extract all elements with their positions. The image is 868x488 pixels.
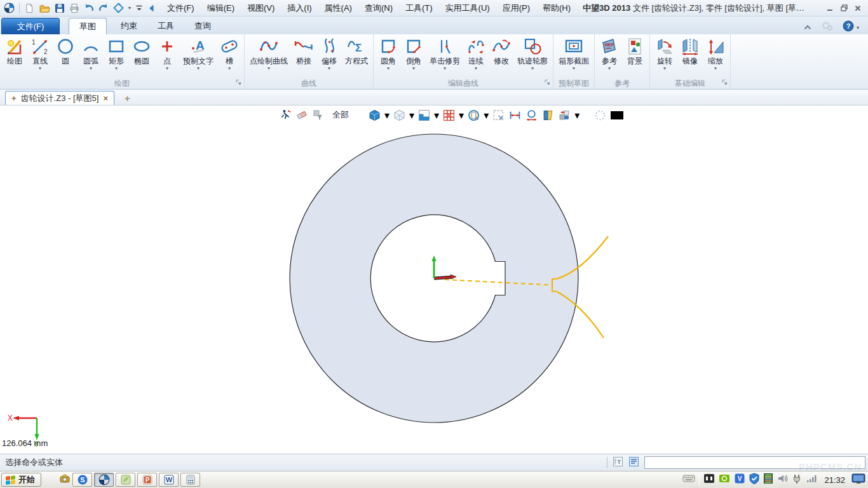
dropdown-caret[interactable]: ▾ [531, 66, 534, 72]
new-tab-button[interactable]: + [121, 91, 134, 105]
ribbon-button-one-click-trim[interactable]: 单击修剪▾ [426, 35, 463, 72]
redo-icon[interactable] [98, 3, 109, 13]
close-icon[interactable] [854, 4, 862, 12]
ribbon-button-equation[interactable]: Σ 方程式 [342, 35, 371, 72]
tab-inquire[interactable]: 查询 [184, 18, 221, 34]
speaker-icon[interactable] [777, 473, 789, 486]
ribbon-button-background[interactable]: 背景 [622, 35, 648, 72]
ribbon-button-arc[interactable]: 圆弧▾ [78, 35, 104, 72]
ribbon-button-spline[interactable]: 点绘制曲线▾ [247, 35, 291, 72]
collapse-ribbon-icon[interactable] [803, 22, 812, 33]
ribbon-button-rotate[interactable]: 旋转▾ [652, 35, 677, 72]
message-list-icon[interactable] [628, 456, 639, 469]
taskbar-clock[interactable]: 21:32 [822, 475, 848, 485]
ribbon-button-slot[interactable]: 槽▾ [217, 35, 242, 72]
dropdown-caret[interactable]: ▾ [90, 66, 92, 72]
document-tab-active[interactable]: + 齿轮设计.Z3 - [草图5] × [5, 91, 114, 105]
tab-tools[interactable]: 工具 [147, 18, 184, 34]
v-app-icon[interactable]: V [734, 473, 745, 487]
notes-icon[interactable] [116, 473, 135, 487]
ribbon-button-sketch-draw[interactable]: 绘图 [2, 35, 27, 72]
show-desktop-icon[interactable] [851, 473, 865, 487]
dialog-launcher[interactable] [722, 76, 728, 88]
ribbon-button-rectangle[interactable]: 矩形▾ [104, 35, 129, 72]
dropdown-caret[interactable]: ▾ [412, 66, 415, 72]
file-tab-button[interactable]: 文件(F) [1, 18, 60, 34]
dropdown-caret[interactable]: ▾ [228, 66, 231, 72]
browser-s-icon[interactable]: S [72, 473, 92, 487]
ribbon-button-bridge[interactable]: 桥接 [291, 35, 316, 72]
dropdown-caret[interactable]: ▾ [197, 66, 200, 72]
tab-sketch[interactable]: 草图 [69, 18, 107, 34]
dropdown-caret[interactable]: ▾ [328, 66, 330, 72]
shield-icon[interactable] [749, 473, 759, 487]
command-input[interactable] [644, 456, 865, 469]
open-file-icon[interactable] [39, 3, 50, 13]
zw3d-app-icon[interactable] [4, 3, 15, 13]
ribbon-button-trace-profile[interactable]: 轨迹轮廓▾ [514, 35, 551, 72]
dropdown-caret[interactable]: ▾ [387, 66, 390, 72]
ribbon-button-point[interactable]: 点▾ [154, 35, 180, 72]
ribbon-button-ready-text[interactable]: A 预制文字▾ [180, 35, 217, 72]
menu-tools[interactable]: 工具(T) [400, 1, 438, 16]
dropdown-caret[interactable]: ▾ [663, 66, 666, 72]
ribbon-button-offset[interactable]: 偏移▾ [316, 35, 342, 72]
dialog-launcher[interactable] [236, 76, 241, 88]
memory-grid-icon[interactable] [763, 473, 773, 487]
ribbon-button-chamfer[interactable]: 倒角▾ [401, 35, 426, 72]
toolbar-panel-icon[interactable]: T [613, 456, 623, 469]
screenshot-tool-icon[interactable] [59, 473, 71, 486]
menu-utilities[interactable]: 实用工具(U) [440, 1, 496, 16]
help-dropdown-caret[interactable]: ▾ [857, 25, 859, 30]
menu-applications[interactable]: 应用(P) [497, 1, 536, 16]
dropdown-caret[interactable]: ▾ [39, 66, 41, 72]
menu-edit[interactable]: 编辑(E) [201, 1, 240, 16]
settings-faded-icon[interactable] [821, 21, 834, 34]
zw3d-taskbar-icon[interactable] [94, 473, 114, 487]
word-icon[interactable]: W [159, 473, 179, 487]
drawing-canvas[interactable]: 全部 ▾ ▾ ▾ ▾ ▾ ▾ [0, 105, 868, 454]
ribbon-button-line[interactable]: 12 直线▾ [27, 35, 53, 72]
ribbon-button-fillet[interactable]: 圆角▾ [376, 35, 401, 72]
undo-icon[interactable] [84, 3, 94, 13]
ribbon-button-mirror[interactable]: 镜像 [677, 35, 703, 72]
menu-view[interactable]: 视图(V) [241, 1, 280, 16]
ribbon-button-scale[interactable]: 缩放▾ [703, 35, 728, 72]
ribbon-button-reference[interactable]: REF 参考▾ [597, 35, 622, 72]
dropdown-caret[interactable]: ▾ [714, 66, 717, 72]
help-icon[interactable]: ? [843, 20, 854, 34]
tab-close-icon[interactable]: × [103, 93, 108, 103]
collapse-left-icon[interactable] [147, 4, 155, 13]
dropdown-caret[interactable]: ▾ [475, 66, 477, 72]
ime-icon[interactable] [703, 473, 715, 487]
menu-inquire[interactable]: 查询(N) [359, 1, 398, 16]
dropdown-caret[interactable]: ▾ [444, 66, 446, 72]
new-file-icon[interactable] [24, 3, 34, 13]
print-icon[interactable] [69, 3, 79, 13]
dropdown-caret[interactable]: ▾ [573, 66, 575, 72]
menu-attributes[interactable]: 属性(A) [319, 1, 358, 16]
ribbon-button-ellipse[interactable]: 椭圆 [129, 35, 154, 72]
menu-help[interactable]: 帮助(H) [537, 1, 576, 16]
ribbon-button-circle[interactable]: 圆 [53, 35, 78, 72]
nvidia-icon[interactable] [719, 473, 730, 487]
calculator-icon[interactable] [180, 473, 200, 487]
dialog-launcher[interactable] [545, 76, 550, 88]
start-button[interactable]: 开始 [1, 473, 41, 487]
power-plug-icon[interactable] [792, 473, 803, 487]
customize-qat-icon[interactable] [135, 4, 143, 12]
regen-icon[interactable] [113, 3, 124, 13]
save-icon[interactable] [55, 3, 65, 13]
restore-icon[interactable] [840, 4, 848, 12]
menu-file[interactable]: 文件(F) [161, 1, 200, 16]
menu-insert[interactable]: 插入(I) [281, 1, 317, 16]
dropdown-caret[interactable]: ▾ [268, 66, 270, 72]
ribbon-button-continue[interactable]: 连续▾ [463, 35, 489, 72]
tab-constraint[interactable]: 约束 [111, 18, 147, 34]
minimize-icon[interactable] [826, 4, 834, 12]
keyboard-icon[interactable] [682, 474, 695, 485]
ribbon-button-modify[interactable]: 修改 [489, 35, 514, 72]
regen-dropdown-caret[interactable]: ▾ [128, 5, 131, 11]
powerpoint-icon[interactable]: P [137, 473, 157, 487]
ribbon-button-box-section[interactable]: 箱形截面▾ [555, 35, 592, 72]
